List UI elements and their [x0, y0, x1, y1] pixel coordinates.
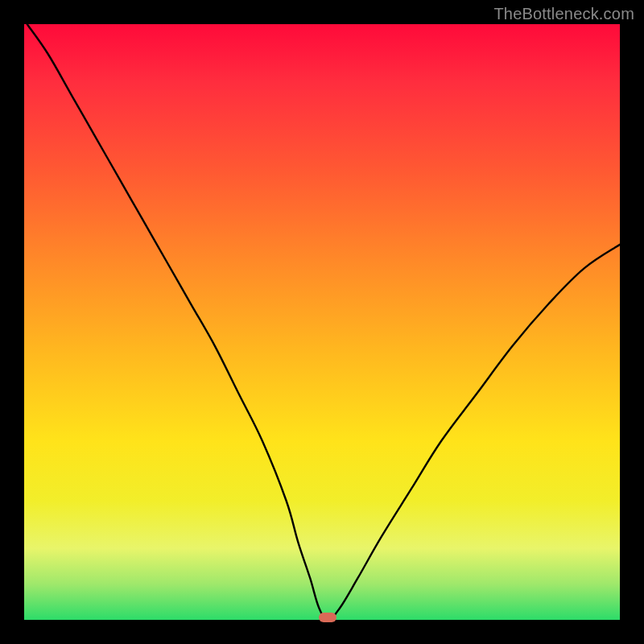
watermark-text: TheBottleneck.com — [493, 5, 634, 23]
bottleneck-curve — [24, 24, 620, 620]
chart-frame: TheBottleneck.com — [0, 0, 644, 644]
plot-area — [24, 24, 620, 620]
curve-min-marker — [319, 613, 336, 622]
